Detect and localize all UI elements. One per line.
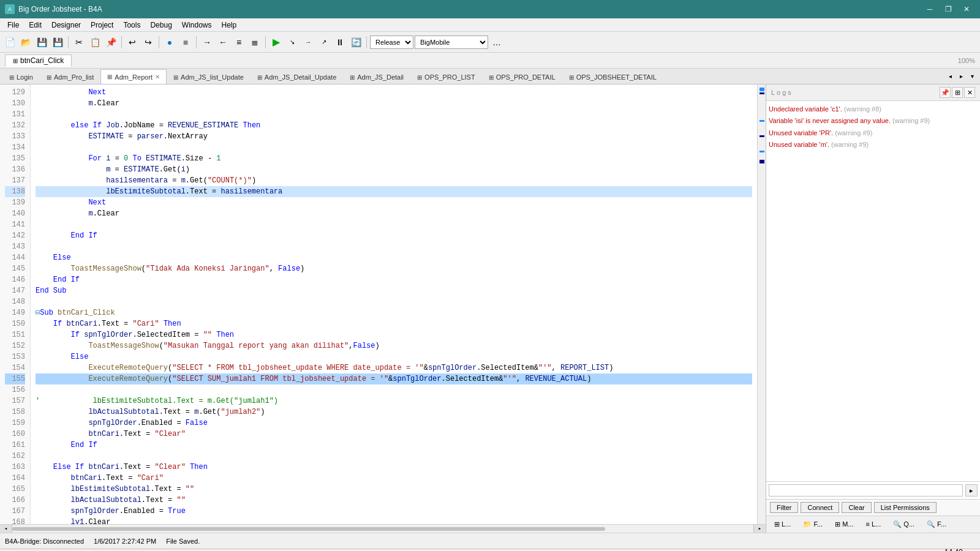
menu-edit[interactable]: Edit	[24, 20, 47, 31]
tab-adm-js-detail[interactable]: ⊞ Adm_JS_Detail	[343, 70, 410, 84]
tab-ops-jobsheet-detail[interactable]: ⊞ OPS_JOBSHEET_DETAIL	[562, 70, 663, 84]
log-text-1: Undeclared variable 'c1'.	[769, 105, 844, 113]
tab-icon-adm-js-list: ⊞	[173, 74, 178, 81]
tab-adm-report[interactable]: ⊞ Adm_Report ✕	[100, 69, 167, 84]
code-line-162	[36, 451, 752, 462]
paste-button[interactable]: 📌	[104, 35, 118, 50]
logs-send-button[interactable]: ▸	[965, 484, 978, 497]
tab-adm-pro-list[interactable]: ⊞ Adm_Pro_list	[40, 70, 100, 84]
editor-scrollbar[interactable]	[757, 84, 766, 524]
code-line-161: End If	[36, 440, 752, 451]
redo-button[interactable]: ↪	[141, 35, 156, 50]
format-button[interactable]: ≡	[232, 35, 246, 50]
close-button[interactable]: ✕	[958, 3, 975, 15]
tab-close-adm-report[interactable]: ✕	[155, 73, 160, 80]
zoom-controls: 100%	[958, 57, 975, 64]
step-into-button[interactable]: ↘	[285, 35, 300, 50]
logs-input-field[interactable]	[769, 484, 963, 497]
code-line-143	[36, 241, 752, 252]
connect-button[interactable]: Connect	[801, 502, 839, 513]
tab-label-adm-js-list: Adm_JS_list_Update	[181, 73, 244, 81]
undo-button[interactable]: ↩	[125, 35, 140, 50]
logs-close-button[interactable]: ✕	[964, 87, 975, 98]
logs-pin-button[interactable]: 📌	[940, 87, 951, 98]
separator4	[196, 36, 197, 48]
save-date: 1/6/2017 2:27:42 PM	[94, 538, 156, 545]
copy-button[interactable]: 📋	[88, 35, 102, 50]
tab-login[interactable]: ⊞ Login	[2, 70, 40, 84]
scrollbar-thumb-h	[12, 527, 605, 531]
scroll-marker-4	[760, 135, 764, 137]
refresh-button[interactable]: 🔄	[349, 35, 363, 50]
code-content[interactable]: Next m.Clear else If Job.JobName = REVEN…	[31, 84, 757, 524]
toolbar: 📄 📂 💾 💾 ✂ 📋 📌 ↩ ↪ ● ■ → ← ≡ ≣ ▶ ↘ → ↗ ⏸ …	[0, 32, 980, 53]
device-options-button[interactable]: …	[489, 35, 504, 50]
menu-designer[interactable]: Designer	[47, 20, 86, 31]
code-line-146: End If	[36, 274, 752, 285]
logs-tab-2[interactable]: 📁 F...	[799, 519, 827, 530]
device-select[interactable]: BigMobile	[415, 36, 488, 49]
logs-tab-6[interactable]: 🔍 F...	[922, 519, 951, 530]
scroll-marker-5	[760, 151, 764, 152]
logs-input-area: ▸	[766, 481, 980, 499]
restore-button[interactable]: ❒	[940, 3, 957, 15]
release-select[interactable]: Release	[370, 36, 413, 49]
indent-button[interactable]: →	[200, 35, 214, 50]
code-line-163: Else If btnCari.Text = "Clear" Then	[36, 462, 752, 473]
clear-button[interactable]: Clear	[842, 502, 871, 513]
menu-debug[interactable]: Debug	[145, 20, 176, 31]
scroll-right-btn[interactable]: ▸	[753, 525, 766, 533]
tab-adm-js-list[interactable]: ⊞ Adm_JS_list_Update	[167, 70, 251, 84]
tab-ops-pro-detail[interactable]: ⊞ OPS_PRO_DETAIL	[482, 70, 562, 84]
save-button[interactable]: 💾	[34, 35, 49, 50]
tab-nav: ◂ ▸ ▾	[944, 69, 978, 84]
code-line-164: btnCari.Text = "Cari"	[36, 473, 752, 484]
menu-project[interactable]: Project	[86, 20, 118, 31]
logs-tab-3[interactable]: ⊞ M...	[831, 519, 858, 530]
unindent-button[interactable]: ←	[216, 35, 230, 50]
minimize-button[interactable]: ─	[921, 3, 938, 15]
tab-ops-pro-list[interactable]: ⊞ OPS_PRO_LIST	[410, 70, 482, 84]
pause-button[interactable]: ⏸	[333, 35, 347, 50]
new-button[interactable]: 📄	[2, 35, 17, 50]
step-over-button[interactable]: →	[301, 35, 315, 50]
logs-tab-1[interactable]: ⊞ L...	[770, 519, 795, 530]
tab-adm-js-detail-update[interactable]: ⊞ Adm_JS_Detail_Update	[251, 70, 343, 84]
code-line-154: ExecuteRemoteQuery("SELECT * FROM tbl_jo…	[36, 362, 752, 373]
tab-label-adm-pro: Adm_Pro_list	[54, 73, 94, 81]
menubar: File Edit Designer Project Tools Debug W…	[0, 18, 980, 32]
run-button[interactable]: ▶	[269, 35, 284, 50]
line-numbers: 129 130 131 132 133 134 135 136 137 138 …	[0, 84, 31, 524]
logs-tab-bar: ⊞ L... 📁 F... ⊞ M... ≡ L... 🔍 Q... 🔍 F..…	[766, 515, 980, 533]
save-all-button[interactable]: 💾	[50, 35, 65, 50]
menu-help[interactable]: Help	[217, 20, 242, 31]
horizontal-scrollbar[interactable]: ◂ ▸	[0, 524, 766, 533]
code-line-166: lbActualSubtotal.Text = ""	[36, 495, 752, 506]
stop-button[interactable]: ■	[178, 35, 193, 50]
app-title: Big Order Jobsheet - B4A	[18, 5, 102, 13]
logs-tab-5[interactable]: 🔍 Q...	[889, 519, 919, 530]
format2-button[interactable]: ≣	[247, 35, 262, 50]
tab-label-adm-report: Adm_Report	[115, 73, 153, 81]
tab-next-button[interactable]: ▸	[956, 71, 967, 82]
code-line-156	[36, 384, 752, 395]
menu-tools[interactable]: Tools	[118, 20, 145, 31]
cut-button[interactable]: ✂	[72, 35, 86, 50]
tab-prev-button[interactable]: ◂	[944, 71, 956, 82]
sub-tabbar: ⊞ btnCari_Click 100%	[0, 53, 980, 69]
list-permissions-button[interactable]: List Permissions	[874, 502, 937, 513]
logs-float-button[interactable]: ⊞	[952, 87, 963, 98]
log-text-2: Variable 'isi' is never assigned any val…	[769, 117, 892, 124]
sub-tab-active[interactable]: ⊞ btnCari_Click	[5, 54, 72, 67]
code-line-130: m.Clear	[36, 98, 752, 109]
menu-windows[interactable]: Windows	[177, 20, 217, 31]
tab-dropdown-button[interactable]: ▾	[967, 71, 978, 82]
open-button[interactable]: 📂	[18, 35, 33, 50]
menu-file[interactable]: File	[2, 20, 24, 31]
compile-button[interactable]: ●	[162, 35, 177, 50]
scroll-left-btn[interactable]: ◂	[0, 525, 12, 533]
step-out-button[interactable]: ↗	[317, 35, 331, 50]
logs-tab-4[interactable]: ≡ L...	[861, 519, 885, 530]
filter-button[interactable]: Filter	[770, 502, 798, 513]
code-line-133: ESTIMATE = parser.NextArray	[36, 131, 752, 142]
